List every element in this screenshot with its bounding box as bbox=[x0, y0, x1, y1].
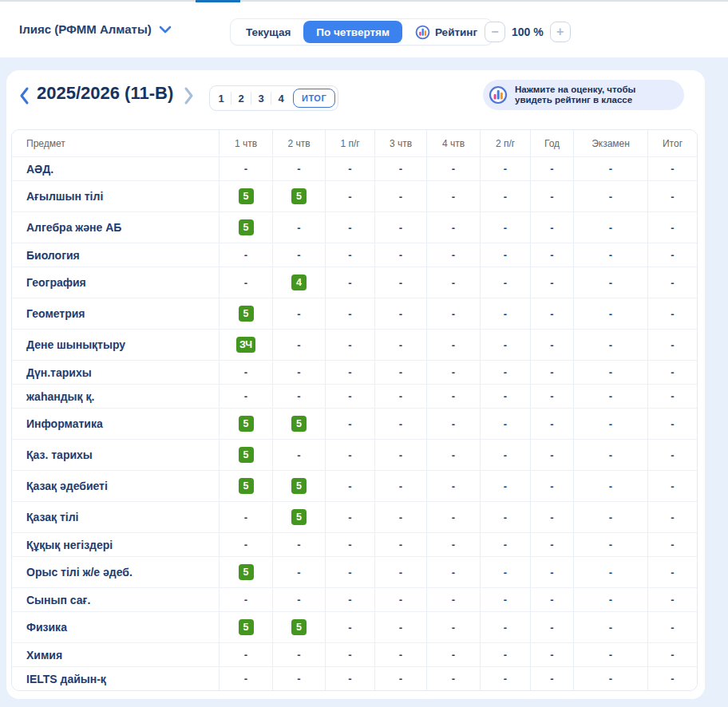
grade-cell: - bbox=[325, 587, 374, 611]
tab-by-quarters[interactable]: По четвертям bbox=[303, 21, 402, 43]
grade-cell: - bbox=[480, 180, 530, 211]
student-selector-label: Ілияс (РФММ Алматы) bbox=[19, 22, 152, 36]
grade-cell: - bbox=[219, 156, 272, 180]
grade-badge[interactable]: 5 bbox=[291, 478, 307, 494]
table-header-row: Предмет1 чтв2 чтв1 п/г3 чтв4 чтв2 п/гГод… bbox=[12, 130, 697, 156]
grade-badge[interactable]: 5 bbox=[291, 416, 307, 432]
grade-cell: - bbox=[374, 501, 426, 532]
grade-cell: - bbox=[530, 211, 573, 243]
grade-cell: - bbox=[325, 211, 374, 243]
zoom-in-button[interactable]: + bbox=[550, 22, 571, 42]
grade-badge[interactable]: 5 bbox=[239, 416, 254, 432]
grade-cell: - bbox=[325, 360, 374, 384]
tab-current[interactable]: Текущая bbox=[233, 21, 303, 43]
content-panel: 2025/2026 (11-В) 1 2 3 4 ИТОГ bbox=[0, 57, 728, 707]
grade-cell: - bbox=[219, 642, 272, 666]
grade-cell: - bbox=[219, 532, 272, 556]
grade-cell: - bbox=[426, 587, 480, 611]
table-row: Дүн.тарихы--------- bbox=[12, 360, 697, 384]
grade-cell: - bbox=[374, 156, 426, 180]
table-row: Дене шынықтыруЗЧ-------- bbox=[12, 329, 697, 360]
tab-rating-label: Рейтинг bbox=[435, 26, 477, 38]
period-quarter-3[interactable]: 3 bbox=[251, 93, 271, 105]
grade-badge[interactable]: 5 bbox=[239, 564, 254, 580]
grade-cell: 5 bbox=[272, 408, 325, 439]
period-quarter-4[interactable]: 4 bbox=[271, 93, 291, 105]
grade-cell: - bbox=[647, 360, 697, 384]
grade-cell: - bbox=[374, 611, 426, 642]
grade-badge[interactable]: 5 bbox=[239, 306, 254, 322]
grade-badge[interactable]: 4 bbox=[291, 275, 307, 290]
grade-cell: - bbox=[272, 298, 325, 329]
grade-cell: - bbox=[374, 384, 426, 408]
rating-chart-icon bbox=[415, 25, 430, 40]
grade-badge[interactable]: ЗЧ bbox=[236, 337, 255, 353]
grade-badge[interactable]: 5 bbox=[239, 478, 254, 494]
active-tab-underline bbox=[196, 0, 240, 2]
grade-badge[interactable]: 5 bbox=[291, 619, 307, 635]
grade-cell: - bbox=[374, 298, 426, 329]
grade-cell: - bbox=[426, 611, 480, 642]
grade-cell: - bbox=[272, 556, 325, 587]
tab-rating[interactable]: Рейтинг bbox=[402, 21, 490, 43]
grade-badge[interactable]: 5 bbox=[291, 188, 307, 204]
subject-cell: Қазақ тілі bbox=[12, 501, 219, 532]
subject-cell: Геометрия bbox=[12, 298, 219, 329]
grade-cell: 5 bbox=[272, 611, 325, 642]
period-total-button[interactable]: ИТОГ bbox=[293, 89, 335, 108]
grade-cell: - bbox=[426, 408, 480, 439]
grade-cell: - bbox=[647, 298, 697, 329]
tab-bar-divider bbox=[0, 0, 728, 2]
grade-cell: - bbox=[219, 384, 272, 408]
grade-cell: - bbox=[374, 329, 426, 360]
grade-cell: - bbox=[325, 243, 374, 267]
grade-cell: - bbox=[573, 243, 647, 267]
grade-badge[interactable]: 5 bbox=[239, 188, 254, 204]
card-header: 2025/2026 (11-В) 1 2 3 4 ИТОГ bbox=[6, 70, 705, 129]
grade-cell: - bbox=[426, 360, 480, 384]
grade-badge[interactable]: 5 bbox=[239, 219, 254, 235]
period-quarter-2[interactable]: 2 bbox=[231, 93, 251, 105]
grade-cell: - bbox=[647, 642, 697, 666]
view-mode-switcher: Текущая По четвертям Рейтинг bbox=[230, 18, 493, 45]
grade-cell: - bbox=[480, 243, 530, 267]
grade-cell: - bbox=[530, 298, 573, 329]
grade-cell: - bbox=[530, 556, 573, 587]
column-header: Экзамен bbox=[573, 130, 647, 156]
table-body: АӘД.---------Ағылшын тілі55-------Алгебр… bbox=[12, 156, 697, 690]
grade-cell: - bbox=[426, 243, 480, 267]
grade-cell: - bbox=[272, 439, 325, 470]
grade-cell: 4 bbox=[272, 267, 325, 298]
grade-cell: - bbox=[272, 329, 325, 360]
zoom-out-button[interactable]: − bbox=[485, 22, 505, 42]
top-bar: Ілияс (РФММ Алматы) Текущая По четвертям… bbox=[0, 0, 728, 57]
grade-cell: - bbox=[219, 587, 272, 611]
grade-cell: - bbox=[530, 642, 573, 666]
grade-cell: - bbox=[573, 501, 647, 532]
grade-badge[interactable]: 5 bbox=[239, 619, 254, 635]
period-quarter-1[interactable]: 1 bbox=[212, 93, 231, 105]
grade-cell: - bbox=[325, 298, 374, 329]
grade-cell: - bbox=[426, 666, 480, 690]
grade-cell: - bbox=[573, 298, 647, 329]
grade-cell: 5 bbox=[272, 470, 325, 501]
grade-cell: - bbox=[573, 666, 647, 690]
column-header: Итог bbox=[647, 130, 697, 156]
grade-cell: - bbox=[530, 243, 573, 267]
grade-cell: - bbox=[426, 329, 480, 360]
zoom-control: − 100 % + bbox=[485, 22, 571, 42]
grade-cell: - bbox=[426, 470, 480, 501]
grade-cell: - bbox=[374, 243, 426, 267]
student-selector[interactable]: Ілияс (РФММ Алматы) bbox=[19, 22, 172, 36]
grade-badge[interactable]: 5 bbox=[239, 447, 254, 463]
grade-cell: - bbox=[647, 532, 697, 556]
subject-cell: жаһандық қ. bbox=[12, 384, 219, 408]
previous-year-button[interactable] bbox=[18, 86, 31, 107]
grade-badge[interactable]: 5 bbox=[291, 509, 307, 525]
column-header: Год bbox=[530, 130, 573, 156]
next-year-button[interactable] bbox=[184, 86, 196, 107]
grade-cell: - bbox=[530, 587, 573, 611]
grade-cell: - bbox=[426, 180, 480, 211]
grade-cell: - bbox=[325, 329, 374, 360]
grade-cell: - bbox=[573, 267, 647, 298]
